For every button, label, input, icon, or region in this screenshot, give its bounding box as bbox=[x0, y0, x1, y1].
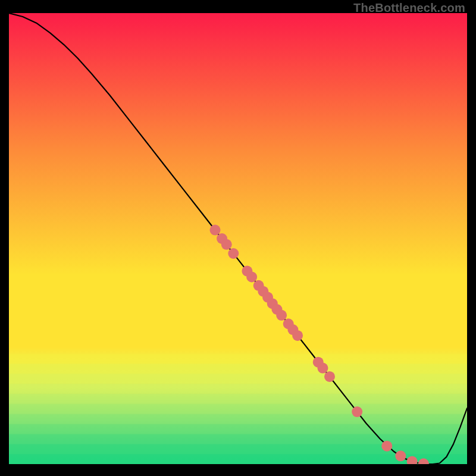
plot-area bbox=[9, 13, 467, 464]
data-marker bbox=[317, 363, 328, 374]
svg-rect-5 bbox=[9, 404, 467, 414]
data-marker bbox=[292, 330, 303, 341]
data-marker bbox=[276, 310, 287, 321]
accent-bands bbox=[9, 353, 467, 464]
svg-rect-7 bbox=[9, 424, 467, 434]
data-marker bbox=[246, 271, 257, 282]
data-marker bbox=[395, 450, 406, 461]
chart-svg bbox=[9, 13, 467, 464]
chart-frame: TheBottleneck.com bbox=[0, 0, 476, 476]
data-marker bbox=[352, 406, 362, 417]
data-marker bbox=[221, 239, 232, 250]
svg-rect-1 bbox=[9, 364, 467, 374]
svg-rect-6 bbox=[9, 414, 467, 424]
data-marker bbox=[324, 371, 335, 382]
data-marker bbox=[210, 225, 221, 236]
data-marker bbox=[228, 248, 239, 259]
svg-rect-8 bbox=[9, 434, 467, 444]
data-marker bbox=[381, 441, 392, 452]
svg-rect-4 bbox=[9, 394, 467, 404]
svg-rect-2 bbox=[9, 374, 467, 384]
svg-rect-0 bbox=[9, 353, 467, 364]
svg-rect-3 bbox=[9, 384, 467, 394]
